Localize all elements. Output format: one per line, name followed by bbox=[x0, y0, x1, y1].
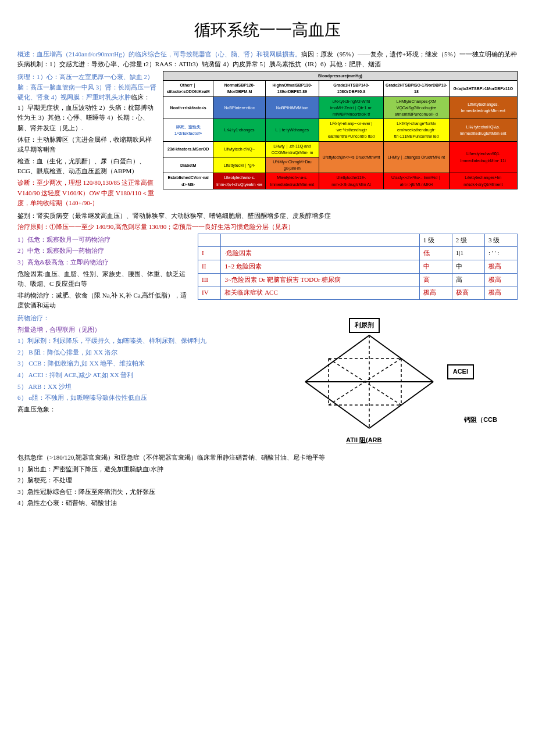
emergency-item: 2）脑梗死：不处理 bbox=[17, 475, 518, 486]
nondrug-tx: 非药物治疗：减肥、饮食（限 Na,补 K,补 Ca,高纤低脂），适度饮酒和运动 bbox=[17, 291, 192, 311]
svg-line-0 bbox=[305, 335, 369, 382]
bp-risk-table: Bloodpressure(mmHg) Otherr｜siitacto<sODO… bbox=[163, 71, 518, 189]
risk-factors: 危险因素:血压、血脂、性别、家族史、腰围、体重、缺乏运动、吸烟、C 反应蛋白等 bbox=[17, 269, 192, 289]
drug-item: 3） CCB：降低收缩力,如 XX 地平、维拉帕米 bbox=[17, 359, 215, 369]
drug-item: 2） B 阻：降低心排量，如 XX 洛尔 bbox=[17, 347, 215, 358]
drug-tx: 药物治疗： bbox=[17, 313, 215, 324]
diagram-ccb-label: 钙阻（CCB bbox=[464, 415, 497, 425]
diagnosis: 诊断：至少两次，理想 120/80,130/85 这正常高值 V140/90 这… bbox=[17, 178, 157, 209]
intro: 概述：血压增高（2140and/or90mπtHg）的临床综合征，可导致靶器官（… bbox=[17, 49, 518, 70]
emergency-item: 3）急性冠脉综合征：降压至疼痛消失，尤舒张压 bbox=[17, 487, 518, 497]
signs: 体征：主动脉瓣区（亢进金属样，收缩期吹风样或早期喀喇音 bbox=[17, 135, 157, 155]
drug-item: 1）利尿剂：利尿降乐，平缓持久，如噻嗪类、样利尿剂、保钾利九 bbox=[17, 336, 215, 346]
diagram-bottom-label: ATII 阻(ARB bbox=[346, 435, 382, 446]
differential: 鉴别：肾实质病变（最常继发高血压）、肾动脉狭窄、大动脉狭窄、嗜铬细胞瘤、醛固酮增… bbox=[17, 211, 518, 221]
high-risk: 3）高危&极高危：立即药物治疗 bbox=[17, 257, 192, 268]
svg-line-2 bbox=[305, 382, 369, 428]
crisis: 高血压危象： bbox=[17, 404, 215, 415]
emergency-item: 1）脑出血：严密监测下降压，避免加重脑缺血\水肿 bbox=[17, 464, 518, 475]
risk-grade-table: 1 级2 级3 级 I·危险因素低1|1: ' ' : II1~2 危险因素中中… bbox=[198, 234, 518, 300]
dose: 剂量递增，合理联用（见图） bbox=[17, 325, 215, 335]
drug-combo-diagram: 利尿剂 ACEI ATII 阻(ARB 钙阻（CCB bbox=[276, 318, 462, 446]
drug-item: 6） α阻：不独用，如哌唑嗪导致体位性低血压 bbox=[17, 393, 215, 403]
low-risk: 1）低危：观察数月一可药物治疗 bbox=[17, 235, 192, 245]
drug-item: 5） ARB：XX 沙坦 bbox=[17, 382, 215, 392]
pathology: 病理：1）心：高压一左室肥厚一心衰、缺血 2）脑：高压一脑血管病一中风 3）肾：… bbox=[17, 72, 157, 134]
diagram-top-label: 利尿剂 bbox=[349, 318, 380, 333]
exam: 检查：血（生化，尤肌酐）、尿（白蛋白）、ECG、眼底检查、动态血压监测（ABPM… bbox=[17, 156, 157, 177]
drug-item: 4） ACEI：抑制 ACE,减少 AT,如 XX 普利 bbox=[17, 370, 215, 381]
treatment-principle: 治疗原则：①降压一一至少 140/90,高危则尽量 130/80；②预后一一良好… bbox=[17, 222, 518, 232]
emergency-item: 4）急性左心衰：硝普钠、硝酸甘油 bbox=[17, 498, 518, 508]
crisis-detail: 包括急症（>180/120,靶器官衰竭）和亚急症（不伴靶器官衰竭）临床常用静注硝… bbox=[17, 453, 518, 463]
page-title: 循环系统一一高血压 bbox=[17, 17, 518, 44]
diagram-right-label: ACEI bbox=[447, 364, 474, 379]
mid-risk: 2）中危：观察数周一药物治疗 bbox=[17, 246, 192, 256]
